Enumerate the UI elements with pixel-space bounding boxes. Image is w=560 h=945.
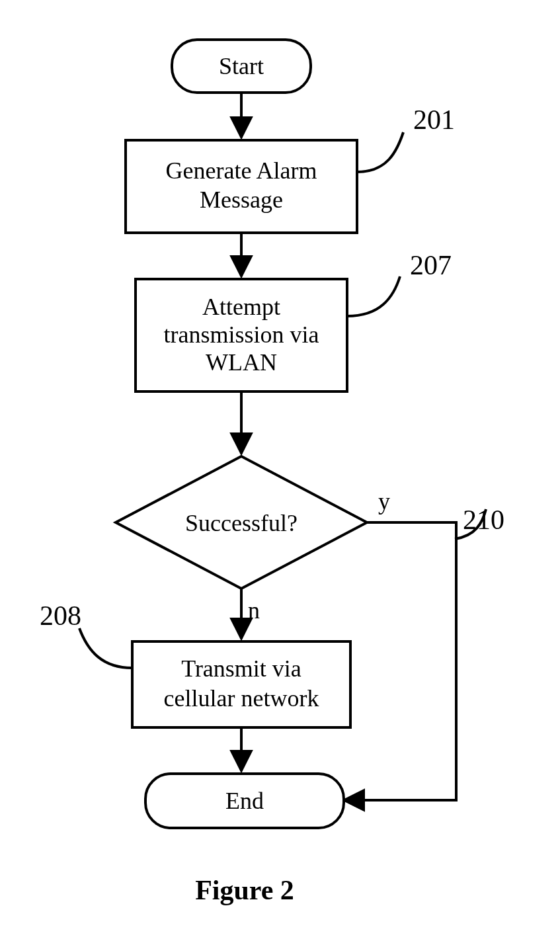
leader-207 xyxy=(347,276,400,316)
transmit-cellular-node: Transmit via cellular network xyxy=(132,641,350,727)
flowchart: Start Generate Alarm Message 201 Attempt… xyxy=(0,0,560,945)
decision-label: Successful? xyxy=(185,510,298,536)
leader-201 xyxy=(357,132,403,172)
generate-line2: Message xyxy=(200,186,283,213)
edge-yes-label: y xyxy=(378,488,390,514)
edge-no-label: n xyxy=(248,597,260,624)
svg-rect-4 xyxy=(132,641,350,727)
ref-207: 207 xyxy=(410,250,452,280)
attempt-wlan-node: Attempt transmission via WLAN xyxy=(136,279,347,391)
end-node: End xyxy=(145,774,344,828)
wlan-line3: WLAN xyxy=(206,349,277,376)
wlan-line2: transmission via xyxy=(164,321,319,348)
arrow-decision-yes-to-end xyxy=(344,522,456,800)
ref-210: 210 xyxy=(463,505,504,535)
figure-caption: Figure 2 xyxy=(195,875,294,905)
ref-208: 208 xyxy=(40,600,81,631)
decision-node: Successful? xyxy=(116,456,367,589)
cell-line2: cellular network xyxy=(164,685,319,712)
end-label: End xyxy=(225,788,264,814)
wlan-line1: Attempt xyxy=(202,294,280,320)
ref-201: 201 xyxy=(413,104,455,135)
leader-208 xyxy=(79,628,132,668)
generate-line1: Generate Alarm xyxy=(166,157,317,184)
start-label: Start xyxy=(219,53,264,79)
start-node: Start xyxy=(172,40,311,93)
cell-line1: Transmit via xyxy=(181,655,301,682)
generate-alarm-node: Generate Alarm Message xyxy=(126,140,357,233)
